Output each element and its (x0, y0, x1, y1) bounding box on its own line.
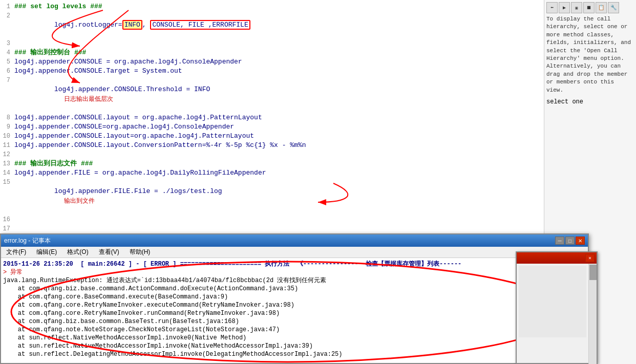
table-row: 16 (0, 215, 544, 224)
toolbar-btn-2[interactable]: ▶ (559, 2, 570, 13)
line-number: 14 (0, 168, 14, 178)
select-one-label: select one (546, 98, 634, 105)
toolbar-btn-4[interactable]: ⏹ (583, 2, 595, 13)
line-content: log4j.appender.CONSOLE.layout = org.apac… (14, 113, 544, 122)
line-content: log4j.appender.CONSOLE.layout.Conversion… (14, 141, 544, 150)
table-row: 15 log4j.appender.FILE.File = ./logs/tes… (0, 178, 544, 215)
list-item: at com.qfang.core.RetryNameInvoker.execu… (3, 301, 586, 309)
list-item: > 异常 (3, 268, 586, 276)
line-number: 4 (0, 48, 14, 57)
menu-edit[interactable]: 编辑(E) (31, 247, 62, 258)
menu-help[interactable]: 帮助(H) (124, 247, 156, 258)
table-row: 4 ### 输出到控制台 ### (0, 48, 544, 57)
list-item: at com.qfang.biz.base.common.BaseTest.ru… (3, 317, 586, 326)
table-row: 2 log4j.rootLogger=INFO, CONSOLE, FILE ,… (0, 11, 544, 39)
scroll-thumb (589, 265, 597, 280)
small-dialog-scrollbar[interactable] (588, 264, 597, 364)
menu-format[interactable]: 格式(O) (62, 247, 93, 258)
line-content (14, 150, 544, 159)
line-content: log4j.appender.CONSOLE=org.apache.log4j.… (14, 122, 544, 132)
line-content: ### set log levels ### (14, 2, 544, 11)
small-dialog: ✕ (516, 251, 598, 364)
list-item: java.lang.RuntimeException: 通过表达式=`id:13… (3, 276, 586, 285)
code-text: log4j.rootLogger= (54, 21, 122, 29)
notepad-titlebar: error.log - 记事本 ─ □ ✕ (1, 234, 588, 247)
line-number: 1 (0, 2, 14, 11)
small-dialog-close[interactable]: ✕ (585, 254, 595, 262)
table-row: 1 ### set log levels ### (0, 2, 544, 11)
small-dialog-content (517, 264, 597, 339)
line-number: 3 (0, 39, 14, 48)
info-highlight: INFO (122, 20, 142, 30)
toolbar-btn-3[interactable]: ▣ (571, 2, 582, 13)
line-number: 16 (0, 215, 14, 224)
line-number: 5 (0, 57, 14, 67)
line-number: 7 (0, 76, 14, 85)
line-content: ### 输出到控制台 ### (14, 48, 544, 57)
table-row: 14 log4j.appender.FILE = org.apache.log4… (0, 168, 544, 178)
maximize-button[interactable]: □ (565, 237, 575, 245)
annotation: 输出到文件 (59, 197, 95, 204)
line-content (14, 39, 544, 48)
notepad-title: error.log - 记事本 (4, 237, 51, 245)
menu-view[interactable]: 查看(V) (94, 247, 124, 258)
line-number: 6 (0, 67, 14, 76)
notepad-menubar: 文件(F) 编辑(E) 格式(O) 查看(V) 帮助(H) (1, 247, 588, 258)
line-number: 15 (0, 178, 14, 187)
table-row: 8 log4j.appender.CONSOLE.layout = org.ap… (0, 113, 544, 122)
line-number: 10 (0, 132, 14, 141)
small-dialog-list (519, 266, 586, 337)
notepad-content: 2015-11-26 21:35:20 [ main:26642 ] - [ E… (1, 258, 588, 363)
table-row: 5 log4j.appender.CONSOLE = org.apache.lo… (0, 57, 544, 67)
menu-file[interactable]: 文件(F) (1, 247, 31, 258)
notepad-window: error.log - 记事本 ─ □ ✕ 文件(F) 编辑(E) 格式(O) … (0, 233, 589, 364)
code-text: , (142, 21, 151, 29)
table-row: 10 log4j.appender.CONSOLE.layout=org.apa… (0, 132, 544, 141)
line-number: 13 (0, 159, 14, 168)
line-content (14, 215, 544, 224)
line-content: log4j.appender.CONSOLE.Threshold = INFO … (14, 76, 544, 113)
table-row: 12 (0, 150, 544, 159)
list-item: at com.qfang.core.BaseCommand.execute(Ba… (3, 293, 586, 301)
line-content: log4j.appender.FILE.File = ./logs/test.l… (14, 178, 544, 215)
line-number: 11 (0, 141, 14, 150)
list-item: at sun.reflect.NativeMethodAccessorImpl.… (3, 342, 586, 350)
table-row: 9 log4j.appender.CONSOLE=org.apache.log4… (0, 122, 544, 132)
line-content: log4j.appender.CONSOLE = org.apache.log4… (14, 57, 544, 67)
list-item: at sun.reflect.DelegatingMethodAccessorI… (3, 350, 586, 358)
line-content: ### 输出到日志文件 ### (14, 159, 544, 168)
console-highlight: CONSOLE, FILE ,ERRORFILE (150, 20, 250, 30)
list-item: 2015-11-26 21:35:20 [ main:26642 ] - [ E… (3, 260, 586, 268)
table-row: 11 log4j.appender.CONSOLE.layout.Convers… (0, 141, 544, 150)
table-row: 6 log4j.appender.CONSOLE.Target = System… (0, 67, 544, 76)
list-item: at sun.reflect.NativeMethodAccessorImpl.… (3, 334, 586, 342)
line-content: log4j.rootLogger=INFO, CONSOLE, FILE ,ER… (14, 11, 544, 39)
close-button[interactable]: ✕ (576, 237, 585, 245)
small-dialog-titlebar: ✕ (517, 252, 597, 264)
toolbar-btn-5[interactable]: 📋 (596, 2, 607, 13)
line-number: 8 (0, 113, 14, 122)
code-text: log4j.appender.CONSOLE.Threshold = INFO (54, 85, 210, 93)
right-panel-description: To display the call hierarchy, select on… (546, 15, 634, 94)
list-item: at com.qfang.note.NoteStorage.CheckNoteS… (3, 326, 586, 334)
line-content: log4j.appender.CONSOLE.Target = System.o… (14, 67, 544, 76)
list-item: at com.qfang.biz.base.command.ActionComm… (3, 285, 586, 293)
minimize-button[interactable]: ─ (555, 237, 564, 245)
annotation: 日志输出最低层次 (59, 95, 113, 102)
list-item: at com.qfang.core.RetryNameInvoker.runCo… (3, 309, 586, 317)
line-content: log4j.appender.CONSOLE.layout=org.apache… (14, 132, 544, 141)
titlebar-buttons: ─ □ ✕ (555, 237, 585, 245)
table-row: 7 log4j.appender.CONSOLE.Threshold = INF… (0, 76, 544, 113)
toolbar-btn-1[interactable]: ⬅ (546, 2, 558, 13)
line-number: 2 (0, 11, 14, 20)
toolbar-btn-6[interactable]: 🔧 (608, 2, 619, 13)
line-number: 9 (0, 122, 14, 132)
table-row: 13 ### 输出到日志文件 ### (0, 159, 544, 168)
table-row: 3 (0, 39, 544, 48)
right-panel-toolbar: ⬅ ▶ ▣ ⏹ 📋 🔧 (546, 2, 634, 13)
line-number: 17 (0, 224, 14, 233)
line-number: 12 (0, 150, 14, 159)
code-text: log4j.appender.FILE.File = ./logs/test.l… (54, 187, 222, 195)
line-content: log4j.appender.FILE = org.apache.log4j.D… (14, 168, 544, 178)
